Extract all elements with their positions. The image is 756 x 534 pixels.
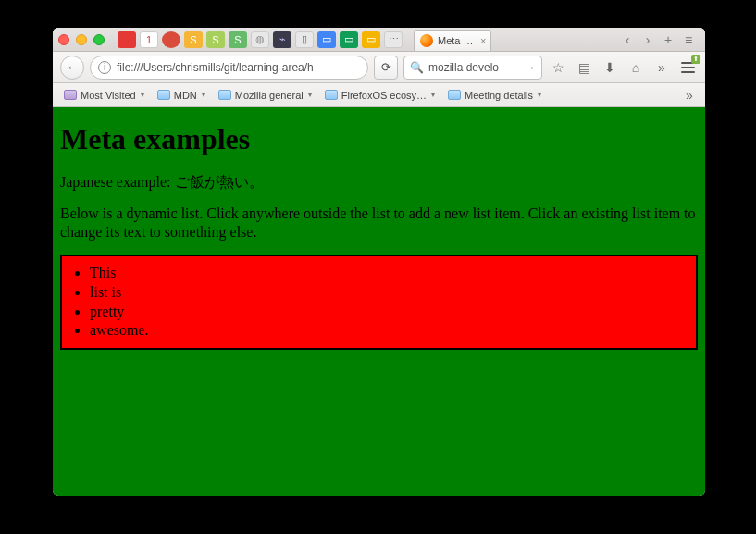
- search-icon: 🔍: [410, 61, 424, 74]
- ext-icon-7[interactable]: ◍: [251, 31, 269, 48]
- ext-icon-11[interactable]: ▭: [340, 31, 358, 48]
- bookmarks-overflow-button[interactable]: »: [679, 85, 700, 106]
- search-text: mozilla develo: [428, 61, 499, 74]
- new-tab-button[interactable]: +: [659, 31, 677, 49]
- ext-icon-2[interactable]: 1: [140, 31, 158, 48]
- list-item[interactable]: This: [90, 264, 688, 283]
- bookmark-label: FirefoxOS ecosy…: [341, 90, 427, 101]
- menu-button[interactable]: ⬆: [677, 57, 698, 78]
- bookmark-firefoxos[interactable]: FirefoxOS ecosy… ▾: [319, 88, 440, 103]
- folder-icon: [218, 90, 231, 100]
- reload-button[interactable]: ⟳: [374, 56, 398, 80]
- ext-icon-4[interactable]: S: [184, 31, 203, 48]
- ext-icon-1[interactable]: [118, 31, 136, 48]
- tab-controls: ‹ › + ≡: [618, 31, 698, 49]
- bookmark-mdn[interactable]: MDN ▾: [152, 88, 211, 103]
- ext-icon-6[interactable]: S: [229, 31, 247, 48]
- page-heading: Meta examples: [60, 122, 698, 156]
- list-item[interactable]: list is: [90, 283, 688, 303]
- search-input[interactable]: 🔍 mozilla develo →: [403, 56, 542, 80]
- chevron-down-icon: ▾: [308, 91, 312, 99]
- browser-window: 1 S S S ◍ ⌁ ▯ ▭ ▭ ▭ ⋯ Meta … × ‹ › + ≡: [53, 28, 705, 496]
- chevron-down-icon: ▾: [538, 91, 541, 99]
- ext-icon-8[interactable]: ⌁: [273, 31, 291, 48]
- home-button[interactable]: ⌂: [626, 57, 646, 78]
- paragraph-instructions: Below is a dynamic list. Click anywhere …: [60, 205, 698, 242]
- tab-history-back[interactable]: ‹: [618, 31, 637, 49]
- url-text: file:///Users/chrismills/git/learning-ar…: [117, 61, 314, 74]
- ext-icon-12[interactable]: ▭: [362, 31, 380, 48]
- dynamic-list: This list is pretty awesome.: [90, 264, 688, 341]
- ext-icon-5[interactable]: S: [206, 31, 225, 48]
- close-window-button[interactable]: [58, 34, 69, 45]
- chevron-down-icon: ▾: [202, 91, 205, 99]
- search-go-icon[interactable]: →: [525, 61, 536, 74]
- ext-icon-10[interactable]: ▭: [317, 31, 336, 48]
- bookmark-mozilla-general[interactable]: Mozilla general ▾: [213, 88, 317, 103]
- firefox-favicon-icon: [420, 34, 433, 47]
- folder-icon: [325, 90, 338, 100]
- ext-icon-3[interactable]: [162, 31, 180, 48]
- ext-icon-9[interactable]: ▯: [295, 31, 314, 48]
- update-badge-icon: ⬆: [691, 55, 700, 64]
- navigation-toolbar: ← i file:///Users/chrismills/git/learnin…: [53, 52, 705, 83]
- downloads-button[interactable]: ⬇: [600, 57, 620, 78]
- list-item[interactable]: awesome.: [90, 321, 688, 341]
- toolbar-overflow-button[interactable]: »: [651, 57, 672, 78]
- tab-history-forward[interactable]: ›: [638, 31, 657, 49]
- dynamic-list-box[interactable]: This list is pretty awesome.: [60, 255, 698, 350]
- bookmark-label: MDN: [174, 90, 197, 101]
- bookmark-label: Meeting details: [465, 90, 533, 101]
- all-tabs-button[interactable]: ≡: [679, 31, 698, 49]
- bookmark-meeting-details[interactable]: Meeting details ▾: [442, 88, 547, 103]
- tab-active[interactable]: Meta … ×: [414, 30, 491, 51]
- extension-icons: 1 S S S ◍ ⌁ ▯ ▭ ▭ ▭ ⋯: [118, 31, 403, 48]
- minimize-window-button[interactable]: [76, 34, 87, 45]
- bookmark-label: Most Visited: [81, 90, 136, 101]
- list-item[interactable]: pretty: [90, 303, 688, 322]
- paragraph-japanese: Japanese example: ご飯が熱い。: [60, 173, 698, 192]
- bookmark-most-visited[interactable]: Most Visited ▾: [58, 88, 150, 103]
- tab-title: Meta …: [438, 35, 474, 46]
- ext-icon-13[interactable]: ⋯: [384, 31, 403, 48]
- bookmarks-toolbar: Most Visited ▾ MDN ▾ Mozilla general ▾ F…: [53, 83, 705, 107]
- most-visited-icon: [64, 90, 77, 100]
- zoom-window-button[interactable]: [93, 34, 105, 45]
- folder-icon: [448, 90, 461, 100]
- chevron-down-icon: ▾: [141, 91, 144, 99]
- page-content[interactable]: Meta examples Japanese example: ご飯が熱い。 B…: [53, 107, 705, 496]
- tabs: Meta … ×: [414, 28, 491, 51]
- site-info-icon[interactable]: i: [98, 61, 111, 74]
- url-input[interactable]: i file:///Users/chrismills/git/learning-…: [90, 56, 368, 80]
- bookmark-label: Mozilla general: [235, 90, 304, 101]
- back-button[interactable]: ←: [60, 56, 84, 80]
- tab-close-button[interactable]: ×: [480, 35, 486, 46]
- window-controls: [58, 34, 105, 45]
- bookmark-star-button[interactable]: ☆: [548, 57, 568, 78]
- folder-icon: [157, 90, 170, 100]
- chevron-down-icon: ▾: [431, 91, 435, 99]
- tab-strip: 1 S S S ◍ ⌁ ▯ ▭ ▭ ▭ ⋯ Meta … × ‹ › + ≡: [53, 28, 705, 52]
- reader-view-button[interactable]: ▤: [574, 57, 594, 78]
